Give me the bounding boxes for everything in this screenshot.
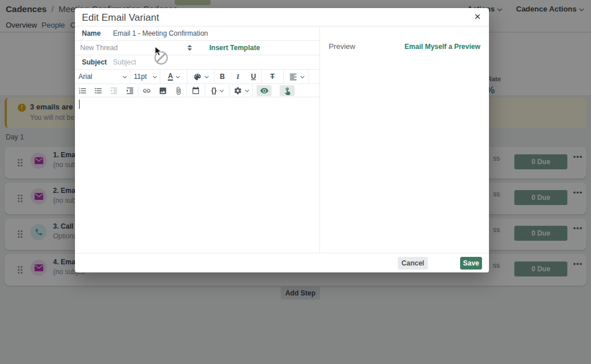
font-family-select[interactable]: Arial <box>75 70 130 84</box>
align-icon <box>289 73 298 81</box>
calendar-button[interactable] <box>187 84 205 97</box>
hand-icon <box>283 86 292 95</box>
underline-button[interactable]: U <box>246 70 262 84</box>
bullet-list-icon <box>94 86 103 95</box>
attachment-icon <box>174 86 183 95</box>
name-field-label: Name <box>82 29 107 37</box>
preview-pane: Preview Email Myself a Preview <box>319 26 489 253</box>
merge-fields-button[interactable]: {} <box>205 84 229 97</box>
italic-button[interactable]: I <box>230 70 246 84</box>
preview-toggle-button[interactable] <box>253 84 276 97</box>
chevron-down-icon <box>220 88 224 92</box>
ordered-list-button[interactable] <box>75 84 91 97</box>
image-button[interactable] <box>155 84 171 97</box>
settings-button[interactable] <box>229 84 253 97</box>
calendar-icon <box>191 86 200 95</box>
outdent-button[interactable] <box>106 84 122 97</box>
email-myself-preview-link[interactable]: Email Myself a Preview <box>405 43 480 51</box>
edit-email-variant-modal: Edit Email Variant × Name New Thread Ins… <box>75 8 489 272</box>
text-caret <box>79 100 80 109</box>
save-button[interactable]: Save <box>460 257 482 270</box>
eye-icon <box>260 86 269 95</box>
modal-header: Edit Email Variant × <box>75 8 489 26</box>
ordered-list-icon <box>78 86 87 95</box>
close-icon[interactable]: × <box>470 10 484 24</box>
email-edit-pane: Name New Thread Insert Template Subject … <box>75 26 319 253</box>
email-body-editor[interactable] <box>75 97 319 245</box>
attachment-button[interactable] <box>171 84 187 97</box>
insert-template-link[interactable]: Insert Template <box>209 44 260 52</box>
sort-icon <box>187 45 192 51</box>
font-size-select[interactable]: 11pt <box>130 70 160 84</box>
chevron-down-icon <box>153 74 157 78</box>
modal-title: Edit Email Variant <box>82 12 159 24</box>
chevron-down-icon <box>176 74 180 78</box>
bullet-list-button[interactable] <box>91 84 106 97</box>
format-toolbar-row1: Arial 11pt A B I U T <box>75 70 319 84</box>
chevron-down-icon <box>300 74 304 78</box>
highlight-color-button[interactable] <box>187 70 214 84</box>
thread-select-value: New Thread <box>80 44 118 52</box>
bold-button[interactable]: B <box>214 70 230 84</box>
strikethrough-button[interactable]: T <box>262 70 284 84</box>
format-toolbar-row2: {} <box>75 84 319 97</box>
palette-icon <box>193 73 202 81</box>
outdent-icon <box>110 86 118 95</box>
subject-input[interactable] <box>113 58 319 66</box>
align-select[interactable] <box>284 70 309 84</box>
chevron-down-icon <box>205 74 209 78</box>
personalize-toggle-button[interactable] <box>276 84 299 97</box>
preview-label: Preview <box>329 42 355 51</box>
app-window: Cadences / Meeting Confirmation Cadence … <box>0 0 591 364</box>
subject-field-label: Subject <box>82 58 107 66</box>
text-color-button[interactable]: A <box>160 70 187 84</box>
link-button[interactable] <box>138 84 155 97</box>
thread-select[interactable]: New Thread <box>80 44 195 52</box>
link-icon <box>142 86 151 95</box>
chevron-down-icon <box>244 88 249 92</box>
indent-icon <box>126 86 134 95</box>
name-input[interactable] <box>113 29 319 37</box>
gear-icon <box>234 86 242 95</box>
cancel-button[interactable]: Cancel <box>398 257 428 270</box>
indent-button[interactable] <box>122 84 138 97</box>
chevron-down-icon <box>123 74 127 78</box>
modal-footer: Cancel Save <box>75 253 489 272</box>
image-icon <box>159 86 167 95</box>
